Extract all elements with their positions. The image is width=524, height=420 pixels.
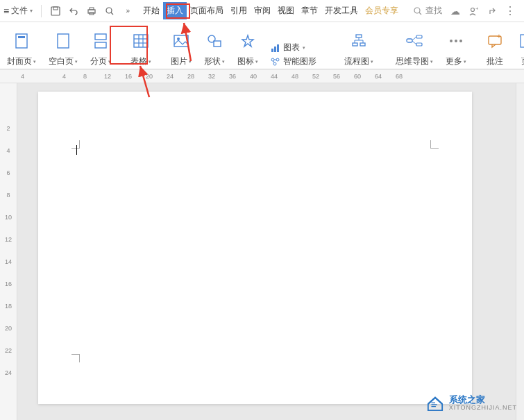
vertical-scrollbar[interactable]: [516, 83, 524, 420]
table-button[interactable]: 表格▾: [126, 32, 155, 67]
svg-rect-35: [360, 43, 365, 46]
svg-rect-0: [51, 7, 60, 15]
page-viewport[interactable]: [17, 83, 516, 420]
search-box[interactable]: 查找: [413, 5, 442, 17]
mindmap-icon: [405, 32, 423, 50]
svg-rect-42: [416, 43, 422, 46]
cover-page-button[interactable]: 封面页▾: [3, 32, 40, 67]
tab-page-layout[interactable]: 页面布局: [187, 2, 227, 19]
chevron-down-icon: ▾: [189, 59, 192, 65]
icon-library-icon: [239, 32, 257, 50]
blank-page-button[interactable]: 空白页▾: [44, 32, 82, 67]
svg-line-44: [412, 41, 416, 44]
tab-vip[interactable]: 会员专享: [362, 2, 402, 19]
more-icon: [447, 32, 465, 50]
svg-line-6: [111, 12, 113, 15]
svg-rect-33: [356, 35, 362, 37]
chart-smartart-group: 图表 ▾ 智能图形: [267, 42, 319, 67]
window-actions: ☁ + ⋮: [450, 4, 521, 17]
svg-rect-40: [407, 39, 412, 42]
chevron-down-icon: ▾: [371, 59, 373, 65]
user-add-icon[interactable]: +: [468, 6, 478, 16]
tab-insert[interactable]: 插入: [163, 2, 187, 19]
svg-rect-16: [134, 35, 148, 47]
menubar: ≡ 文件 ▾ » 开始 插入 页面布局 引用 审阅 视图 章节 开发工具 会员专…: [0, 0, 524, 22]
svg-point-45: [450, 40, 453, 42]
kebab-icon[interactable]: ⋮: [505, 4, 515, 17]
tab-start[interactable]: 开始: [140, 2, 163, 19]
svg-text:+: +: [475, 6, 478, 12]
comment-icon: +: [486, 32, 504, 50]
table-icon: [132, 32, 150, 50]
flowchart-button[interactable]: 流程图▾: [330, 32, 387, 67]
svg-rect-12: [18, 36, 25, 38]
horizontal-ruler[interactable]: 448121620242832364044485256606468: [0, 69, 524, 83]
preview-icon[interactable]: [104, 6, 115, 17]
svg-line-43: [412, 37, 416, 40]
svg-rect-14: [95, 34, 106, 40]
undo-icon[interactable]: [68, 6, 79, 17]
shape-button[interactable]: 形状▾: [200, 32, 229, 67]
tab-reference[interactable]: 引用: [227, 2, 251, 19]
chevron-down-icon: ▾: [430, 59, 433, 65]
blank-page-icon: [54, 32, 72, 50]
margin-corner-bl: [71, 354, 80, 362]
svg-rect-41: [416, 35, 422, 38]
tab-review[interactable]: 审阅: [251, 2, 274, 19]
svg-point-5: [106, 8, 112, 13]
chevron-down-icon: ▾: [303, 45, 305, 51]
svg-rect-27: [277, 44, 279, 52]
vertical-ruler[interactable]: 24681012141618202224: [0, 83, 17, 420]
chevron-down-icon: ▾: [149, 59, 151, 65]
chevron-down-icon: ▾: [75, 59, 78, 65]
margin-corner-tr: [430, 140, 439, 149]
watermark-subtitle: XITONGZHIJIA.NET: [449, 405, 517, 412]
svg-point-47: [459, 40, 462, 42]
qat-more-icon[interactable]: »: [122, 6, 133, 17]
file-menu-button[interactable]: ≡ 文件 ▾: [3, 5, 33, 17]
comment-button[interactable]: + 批注: [482, 32, 508, 67]
svg-point-28: [271, 58, 274, 61]
tab-view[interactable]: 视图: [274, 2, 298, 19]
svg-rect-15: [95, 42, 106, 48]
more-button[interactable]: 更多▾: [441, 32, 471, 67]
chevron-down-icon: ▾: [222, 59, 225, 65]
icon-button[interactable]: 图标▾: [233, 32, 262, 67]
chevron-down-icon: ▾: [464, 59, 466, 65]
svg-point-29: [276, 58, 279, 61]
document-area: 24681012141618202224: [0, 83, 524, 420]
file-label: 文件: [11, 5, 28, 17]
chevron-down-icon: ▾: [255, 59, 258, 65]
search-placeholder: 查找: [425, 5, 442, 17]
svg-rect-26: [274, 47, 276, 52]
pagenum-button-partial[interactable]: 页: [512, 32, 524, 67]
svg-rect-24: [214, 41, 221, 47]
menu-left: ≡ 文件 ▾ »: [3, 5, 133, 17]
page-break-button[interactable]: 分页▾: [86, 32, 115, 67]
svg-line-32: [273, 61, 274, 62]
mindmap-button[interactable]: 思维导图▾: [391, 32, 437, 67]
chart-icon: [269, 42, 280, 53]
share-icon[interactable]: [487, 6, 496, 16]
save-icon[interactable]: [50, 6, 61, 17]
tab-chapter[interactable]: 章节: [298, 2, 321, 19]
svg-text:+: +: [497, 33, 501, 40]
svg-rect-1: [53, 7, 58, 10]
picture-button[interactable]: 图片▾: [167, 32, 196, 67]
tab-devtools[interactable]: 开发工具: [321, 2, 362, 19]
svg-rect-21: [174, 35, 188, 47]
print-icon[interactable]: [86, 6, 97, 17]
smartart-button[interactable]: 智能图形: [269, 56, 316, 67]
chart-button[interactable]: 图表 ▾: [269, 42, 316, 53]
cloud-icon[interactable]: ☁: [450, 6, 460, 17]
svg-rect-25: [271, 49, 273, 52]
chevron-down-icon: ▾: [33, 59, 36, 65]
text-cursor: [76, 145, 77, 155]
separator: [41, 5, 42, 17]
house-icon: [425, 395, 445, 412]
svg-rect-13: [58, 34, 69, 48]
document-page[interactable]: [38, 92, 472, 404]
flowchart-icon: [350, 32, 368, 50]
ribbon: 封面页▾ 空白页▾ 分页▾ 表格▾ 图片▾ 形状▾ 图标▾ 图表 ▾ 智能图形: [0, 22, 524, 69]
svg-point-30: [273, 62, 276, 65]
